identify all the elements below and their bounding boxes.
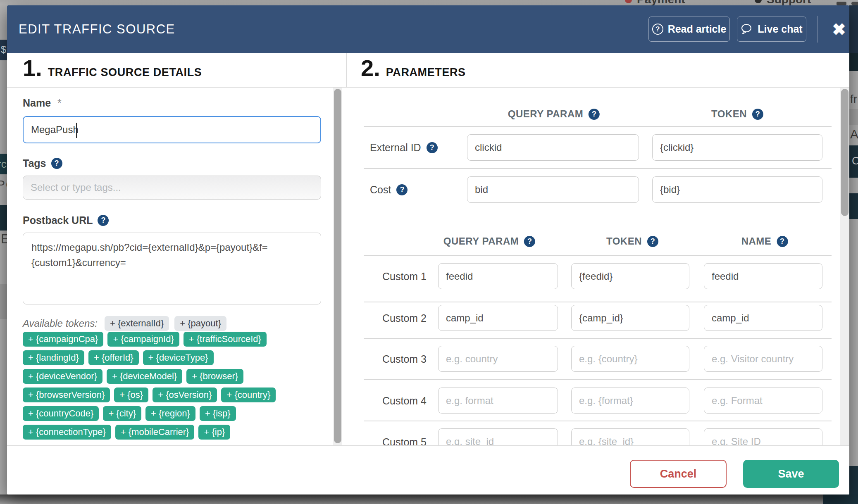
column-header-name: NAME ?	[741, 235, 788, 247]
right-panel-scrollbar[interactable]	[840, 88, 849, 445]
token-chip[interactable]: + {landingId}	[23, 350, 84, 365]
token-chip[interactable]: + {offerId}	[88, 350, 139, 365]
column-header-text: TOKEN	[606, 235, 642, 247]
custom-3-name-input[interactable]	[704, 346, 822, 372]
custom-5-name-input[interactable]	[704, 428, 822, 445]
section-header-bar: 1. TRAFFIC SOURCE DETAILS 2. PARAMETERS	[7, 53, 849, 88]
background-block: C	[849, 145, 858, 178]
token-chip[interactable]: + {mobileCarrier}	[115, 425, 195, 440]
background-block	[849, 53, 858, 71]
help-icon[interactable]: ?	[647, 236, 658, 247]
help-icon[interactable]: ?	[752, 109, 763, 120]
token-chip-row: + {deviceVendor} + {deviceModel} + {brow…	[23, 369, 315, 384]
postback-url-label: Postback URL ?	[23, 214, 109, 226]
help-circle-icon: ?	[652, 24, 663, 35]
token-chip[interactable]: + {campaignId}	[107, 332, 179, 347]
token-chip[interactable]: + {countryCode}	[23, 406, 99, 421]
row-divider	[364, 421, 832, 421]
token-chip[interactable]: + {city}	[103, 406, 141, 421]
token-chip[interactable]: + {deviceModel}	[107, 369, 182, 384]
custom-1-query-param-input[interactable]	[438, 263, 558, 289]
modal-content: Name* Tags ? Postback URL ? https://mega…	[7, 88, 849, 445]
support-dot-icon	[755, 0, 762, 3]
external-id-token-input[interactable]	[652, 134, 822, 161]
close-icon[interactable]: ✖	[827, 19, 851, 40]
token-chip[interactable]: + {os}	[114, 388, 148, 402]
background-payment-item: Payment	[625, 0, 685, 5]
column-header-query-param-1: QUERY PARAM ?	[508, 108, 600, 120]
custom-3-token-input[interactable]	[571, 346, 689, 372]
token-chip[interactable]: + {ip}	[198, 425, 230, 440]
token-chip[interactable]: + {connectionType}	[23, 425, 111, 440]
postback-url-textarea[interactable]: https://megapu.sh/pb?cid={externalId}&p=…	[23, 233, 321, 304]
external-id-query-param-input[interactable]	[467, 134, 639, 161]
row-divider	[364, 379, 832, 380]
background-toolbar-icon	[837, 2, 846, 5]
token-chip[interactable]: + {osVersion}	[153, 388, 217, 402]
custom-1-name-input[interactable]	[704, 263, 822, 289]
modal-header: EDIT TRAFFIC SOURCE ? Read article Live …	[7, 5, 849, 53]
background-block	[849, 193, 858, 219]
token-chip-row: + {browserVersion} + {os} + {osVersion} …	[23, 388, 315, 402]
help-icon[interactable]: ?	[427, 142, 438, 153]
custom-4-token-input[interactable]	[571, 388, 689, 414]
cancel-button[interactable]: Cancel	[630, 460, 727, 488]
section-1-title: 1. TRAFFIC SOURCE DETAILS	[23, 55, 202, 81]
background-block: $	[0, 40, 7, 60]
token-chip-row: + {connectionType} + {mobileCarrier} + {…	[23, 425, 315, 440]
help-icon[interactable]: ?	[524, 236, 535, 247]
token-chip-payout[interactable]: + {payout}	[174, 316, 226, 331]
custom-2-query-param-input[interactable]	[438, 305, 558, 331]
custom-4-name-input[interactable]	[704, 388, 822, 414]
token-chip[interactable]: + {deviceType}	[143, 350, 214, 365]
custom-2-name-input[interactable]	[704, 305, 822, 331]
read-article-button[interactable]: ? Read article	[648, 17, 730, 42]
help-icon[interactable]: ?	[396, 184, 408, 195]
postback-label-text: Postback URL	[23, 214, 93, 226]
help-icon[interactable]: ?	[98, 215, 109, 226]
custom-1-label: Custom 1	[344, 271, 427, 283]
live-chat-label: Live chat	[758, 23, 802, 35]
name-input[interactable]	[24, 117, 320, 143]
modal-title: EDIT TRAFFIC SOURCE	[19, 5, 175, 53]
save-button[interactable]: Save	[743, 460, 839, 488]
token-chip[interactable]: + {trafficSourceId}	[184, 332, 267, 347]
token-chip[interactable]: + {deviceVendor}	[23, 369, 102, 384]
tags-field-wrap	[23, 176, 321, 200]
cost-token-input[interactable]	[652, 176, 822, 203]
column-header-text: QUERY PARAM	[508, 108, 583, 120]
custom-5-query-param-input[interactable]	[438, 428, 558, 445]
background-bottom-strip	[0, 494, 823, 504]
help-icon[interactable]: ?	[777, 236, 788, 247]
background-block	[0, 205, 7, 231]
tags-input[interactable]	[23, 176, 321, 199]
custom-3-label: Custom 3	[344, 353, 427, 365]
custom-2-token-input[interactable]	[571, 305, 689, 331]
available-tokens-label: Available tokens:	[23, 318, 98, 329]
token-chip[interactable]: + {region}	[145, 406, 195, 421]
token-chip[interactable]: + {browserVersion}	[23, 388, 110, 402]
custom-1-token-input[interactable]	[571, 263, 689, 289]
token-chip[interactable]: + {country}	[221, 388, 276, 402]
background-text-fragment: fr	[850, 93, 858, 106]
live-chat-button[interactable]: Live chat	[737, 17, 806, 42]
left-scrollbar-thumb[interactable]	[334, 89, 341, 443]
token-chip[interactable]: + {isp}	[200, 406, 236, 421]
token-chip-externalid[interactable]: + {externalId}	[105, 316, 169, 331]
help-icon[interactable]: ?	[51, 158, 62, 169]
custom-4-query-param-input[interactable]	[438, 388, 558, 414]
token-chip[interactable]: + {campaignCpa}	[23, 332, 103, 347]
cost-label: Cost ?	[370, 184, 408, 196]
custom-3-query-param-input[interactable]	[438, 346, 558, 372]
left-panel-scrollbar[interactable]	[333, 88, 342, 445]
token-chip[interactable]: + {browser}	[186, 369, 243, 384]
cost-query-param-input[interactable]	[467, 176, 639, 203]
right-scrollbar-thumb[interactable]	[841, 89, 848, 216]
background-topbar: Payment Support	[0, 0, 858, 5]
background-support-item: Support	[755, 0, 811, 5]
help-icon[interactable]: ?	[589, 109, 600, 120]
custom-5-token-input[interactable]	[571, 428, 689, 445]
background-block	[849, 109, 858, 125]
section-2-title: 2. PARAMETERS	[361, 55, 466, 81]
custom-5-label: Custom 5	[344, 436, 427, 445]
